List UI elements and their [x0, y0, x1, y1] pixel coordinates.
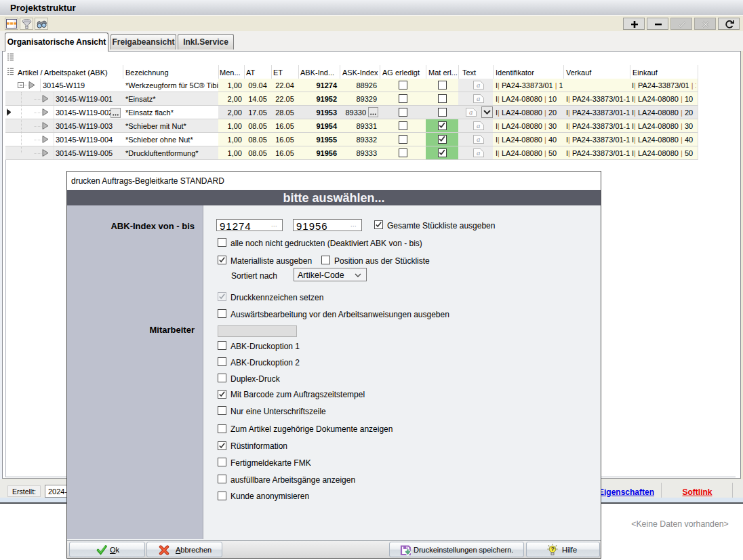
- svg-text:?: ?: [551, 546, 555, 553]
